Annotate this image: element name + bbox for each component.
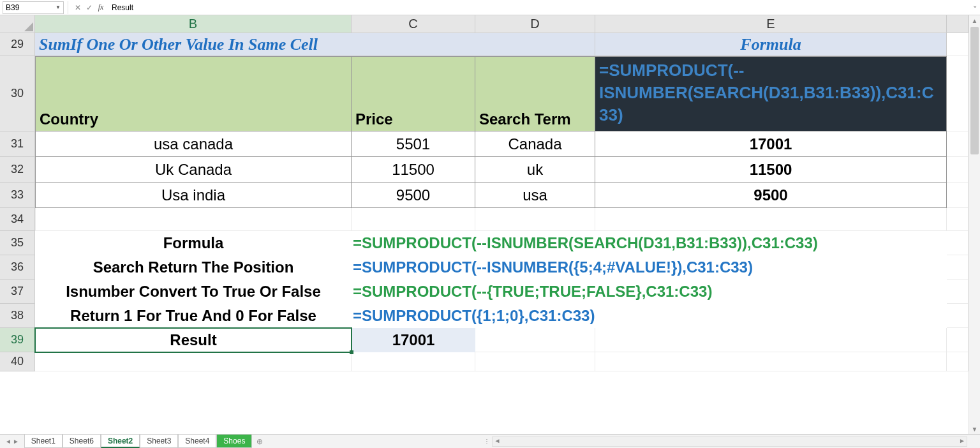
cell-blank[interactable] <box>947 131 969 157</box>
formula-bar: B39 ▼ ✕ ✓ fx Result ⌄ <box>0 0 980 15</box>
formula-input[interactable]: Result <box>107 3 980 12</box>
col-header-blank[interactable] <box>947 15 969 33</box>
cell-blank[interactable] <box>947 352 969 371</box>
cell-C40[interactable] <box>352 352 475 371</box>
cell-blank[interactable] <box>947 56 969 131</box>
row-header-32[interactable]: 32 <box>0 157 35 183</box>
cell-C32[interactable]: 11500 <box>352 157 475 183</box>
scroll-up-icon[interactable]: ▲ <box>969 15 980 26</box>
row-header-29[interactable]: 29 <box>0 33 35 56</box>
cell-C37[interactable]: =SUMPRODUCT(--{TRUE;TRUE;FALSE},C31:C33) <box>352 280 947 304</box>
nav-prev-icon[interactable]: ◄ <box>5 438 11 445</box>
fx-icon[interactable]: fx <box>95 2 107 13</box>
cell-B38[interactable]: Return 1 For True And 0 For False <box>35 304 352 328</box>
cell-D39[interactable] <box>475 328 595 352</box>
cell-E39[interactable] <box>595 328 947 352</box>
cell-B31[interactable]: usa canada <box>35 131 352 157</box>
sheet-tabs: Sheet1 Sheet6 Sheet2 Sheet3 Sheet4 Shoes… <box>24 435 268 448</box>
tab-scroll-divider[interactable]: ⋮ <box>484 435 489 448</box>
row-header-36[interactable]: 36 <box>0 255 35 280</box>
cell-C34[interactable] <box>352 208 475 231</box>
cell-blank[interactable] <box>947 255 969 280</box>
nav-next-icon[interactable]: ► <box>13 438 19 445</box>
cell-B37[interactable]: Isnumber Convert To True Or False <box>35 280 352 304</box>
tab-sheet6[interactable]: Sheet6 <box>63 435 101 448</box>
cell-D34[interactable] <box>475 208 595 231</box>
cell-C39[interactable]: 17001 <box>352 328 475 352</box>
col-header-C[interactable]: C <box>352 15 475 33</box>
header-country[interactable]: Country <box>35 56 352 131</box>
cell-blank[interactable] <box>947 157 969 183</box>
cell-B32[interactable]: Uk Canada <box>35 157 352 183</box>
row-header-35[interactable]: 35 <box>0 231 35 255</box>
row-header-37[interactable]: 37 <box>0 280 35 304</box>
cell-C38[interactable]: =SUMPRODUCT({1;1;0},C31:C33) <box>352 304 947 328</box>
sheet-tab-bar: ◄ ► Sheet1 Sheet6 Sheet2 Sheet3 Sheet4 S… <box>0 434 980 448</box>
cell-B35[interactable]: Formula <box>35 231 352 255</box>
header-formula-text[interactable]: =SUMPRODUCT(--ISNUMBER(SEARCH(D31,B31:B3… <box>595 56 947 131</box>
row-header-39[interactable]: 39 <box>0 328 35 352</box>
cell-blank[interactable] <box>947 304 969 328</box>
col-header-D[interactable]: D <box>475 15 595 33</box>
cell-B39[interactable]: Result <box>35 328 352 352</box>
scroll-down-icon[interactable]: ▼ <box>969 424 980 434</box>
cell-E40[interactable] <box>595 352 947 371</box>
title-formula[interactable]: Formula <box>595 33 947 56</box>
col-header-B[interactable]: B <box>35 15 352 33</box>
cell-blank[interactable] <box>947 208 969 231</box>
cell-B36[interactable]: Search Return The Position <box>35 255 352 280</box>
divider <box>68 1 68 14</box>
sheet-nav[interactable]: ◄ ► <box>0 438 24 445</box>
cell-E33[interactable]: 9500 <box>595 183 947 208</box>
name-box-value: B39 <box>6 3 19 12</box>
cell-D33[interactable]: usa <box>475 183 595 208</box>
cell-D32[interactable]: uk <box>475 157 595 183</box>
cell-C35[interactable]: =SUMPRODUCT(--ISNUMBER(SEARCH(D31,B31:B3… <box>352 231 947 255</box>
horizontal-scrollbar[interactable] <box>492 437 967 447</box>
enter-icon[interactable]: ✓ <box>84 2 95 13</box>
row-header-33[interactable]: 33 <box>0 183 35 208</box>
cell-C36[interactable]: =SUMPRODUCT(--ISNUMBER({5;4;#VALUE!}),C3… <box>352 255 947 280</box>
cell-E34[interactable] <box>595 208 947 231</box>
tab-sheet4[interactable]: Sheet4 <box>178 435 216 448</box>
cell-C33[interactable]: 9500 <box>352 183 475 208</box>
header-search-term[interactable]: Search Term <box>475 56 595 131</box>
row-header-31[interactable]: 31 <box>0 131 35 157</box>
cell-C31[interactable]: 5501 <box>352 131 475 157</box>
tab-sheet1[interactable]: Sheet1 <box>24 435 63 448</box>
name-box-dropdown-icon[interactable]: ▼ <box>56 4 61 10</box>
tab-sheet3[interactable]: Sheet3 <box>140 435 178 448</box>
cell-D40[interactable] <box>475 352 595 371</box>
tab-shoes[interactable]: Shoes <box>216 435 252 448</box>
row-header-30[interactable]: 30 <box>0 56 35 131</box>
row-header-38[interactable]: 38 <box>0 304 35 328</box>
tab-sheet2[interactable]: Sheet2 <box>101 435 140 448</box>
vertical-scrollbar[interactable]: ▲ ▼ <box>969 15 980 434</box>
new-sheet-button[interactable]: ⊕ <box>252 435 267 448</box>
scroll-thumb[interactable] <box>970 27 979 154</box>
cell-blank[interactable] <box>947 183 969 208</box>
spreadsheet-grid: B C D E 29 SumIf One Or Other Value In S… <box>0 15 980 434</box>
select-all-corner[interactable] <box>0 15 35 33</box>
row-header-40[interactable]: 40 <box>0 352 35 371</box>
row-header-34[interactable]: 34 <box>0 208 35 231</box>
col-header-E[interactable]: E <box>595 15 947 33</box>
cell-D31[interactable]: Canada <box>475 131 595 157</box>
cell-B40[interactable] <box>35 352 352 371</box>
cell-blank[interactable] <box>947 231 969 255</box>
formula-bar-expand-icon[interactable]: ⌄ <box>972 2 977 9</box>
cell-blank[interactable] <box>947 328 969 352</box>
cell-blank[interactable] <box>947 33 969 56</box>
cell-B34[interactable] <box>35 208 352 231</box>
cell-E32[interactable]: 11500 <box>595 157 947 183</box>
cancel-icon[interactable]: ✕ <box>72 2 84 13</box>
cell-blank[interactable] <box>947 280 969 304</box>
title-sumif[interactable]: SumIf One Or Other Value In Same Cell <box>35 33 595 56</box>
cell-B33[interactable]: Usa india <box>35 183 352 208</box>
header-price[interactable]: Price <box>352 56 475 131</box>
cell-E31[interactable]: 17001 <box>595 131 947 157</box>
name-box[interactable]: B39 ▼ <box>3 1 64 14</box>
